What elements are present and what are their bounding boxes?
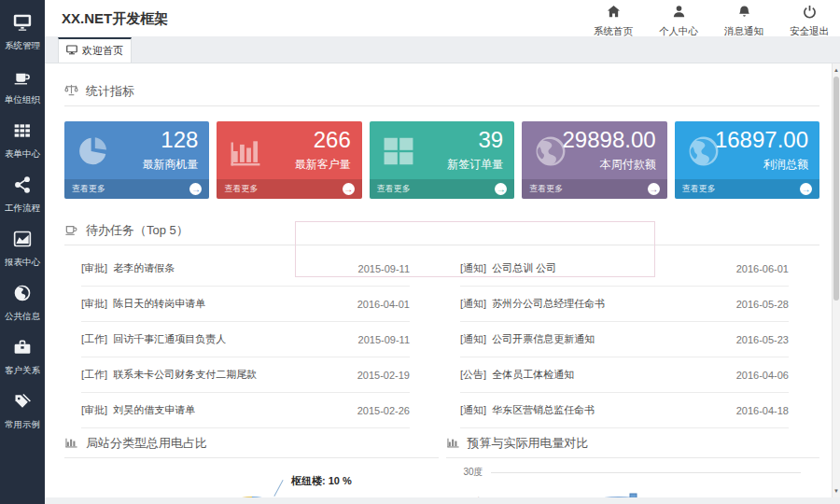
notice-item[interactable]: [通知]华东区营销总监任命书 2016-04-18: [460, 393, 789, 428]
notice-tag: [通知]: [460, 333, 486, 344]
card-footer[interactable]: 查看更多 →: [522, 179, 666, 199]
view-more-link[interactable]: 查看更多: [377, 183, 411, 195]
sidebar-item-reports[interactable]: 报表中心: [0, 222, 45, 276]
todo-date: 2016-04-01: [357, 299, 410, 310]
todo-item[interactable]: [工作]联系未卡公司财务支付二期尾款 2015-02-19: [81, 357, 410, 393]
view-more-link[interactable]: 查看更多: [224, 183, 258, 195]
nav-home[interactable]: 系统首页: [590, 5, 637, 38]
sidebar-item-label: 单位组织: [5, 93, 40, 105]
stat-value: 39: [479, 127, 504, 153]
notice-date: 2016-04-18: [736, 405, 789, 416]
notice-item[interactable]: [通知]苏州分公司总经理任命书 2016-05-28: [460, 287, 789, 322]
card-footer[interactable]: 查看更多 →: [675, 179, 819, 199]
divider: [64, 245, 819, 245]
nav-label: 消息通知: [724, 25, 763, 38]
nav-label: 安全退出: [790, 25, 829, 38]
todo-tag: [审批]: [81, 298, 107, 309]
sidebar-item-label: 工作流程: [5, 202, 40, 214]
dashboard-page: 系统管理 单位组织 表单中心 工作流程 报表中心 公共信息 客户关系 常用示例: [0, 0, 840, 504]
notice-tag: [通知]: [460, 262, 486, 273]
divider: [64, 105, 819, 106]
view-more-link[interactable]: 查看更多: [682, 183, 716, 195]
arrow-circle-icon[interactable]: →: [648, 183, 660, 195]
arrow-circle-icon[interactable]: →: [343, 183, 355, 195]
tab-welcome-home[interactable]: 欢迎首页: [58, 37, 132, 63]
nav-logout[interactable]: 安全退出: [786, 5, 833, 38]
scroll-up-arrow-icon[interactable]: ▲: [833, 65, 840, 75]
scrollbar-thumb[interactable]: [833, 77, 839, 301]
bar-chart-icon: [446, 435, 460, 452]
page-bottom-strip: [45, 497, 840, 504]
stat-card-payments[interactable]: 29898.00 本周付款额 查看更多 →: [522, 121, 666, 199]
stat-card-profit[interactable]: 16897.00 利润总额 查看更多 →: [675, 121, 819, 199]
pie-chart-title: 局站分类型总用电占比: [86, 435, 207, 452]
bell-icon: [737, 5, 751, 22]
stats-section-header: 统计指标: [64, 84, 819, 99]
nav-profile[interactable]: 个人中心: [655, 5, 702, 38]
stat-value: 128: [161, 127, 198, 153]
line-series: [561, 484, 710, 497]
sidebar-item-crm[interactable]: 客户关系: [0, 330, 45, 385]
notice-date: 2016-05-23: [736, 334, 789, 345]
stat-label: 最新客户量: [295, 157, 351, 173]
todo-tag: [工作]: [81, 333, 107, 344]
windows-icon: [381, 133, 416, 169]
app-title: XX.NET开发框架: [62, 10, 168, 28]
sidebar-item-samples[interactable]: 常用示例: [0, 385, 45, 439]
card-footer[interactable]: 查看更多 →: [64, 179, 209, 199]
y-tick-label: 30度: [446, 466, 483, 479]
stat-card-business[interactable]: 128 最新商机量 查看更多 →: [64, 121, 209, 199]
todo-item[interactable]: [审批]陈日天的转岗申请单 2016-04-01: [81, 287, 410, 322]
notice-tag: [公告]: [460, 369, 486, 380]
home-icon: [607, 5, 621, 22]
globe-icon: [13, 284, 32, 306]
scroll-down-arrow-icon[interactable]: ▼: [833, 486, 840, 496]
pie-chart-header: 局站分类型总用电占比: [64, 436, 439, 451]
stat-label: 新签订单量: [447, 157, 503, 173]
vertical-scrollbar[interactable]: ▲ ▼: [832, 63, 840, 497]
stat-label: 本周付款额: [600, 157, 656, 173]
line-chart[interactable]: 30度 25度: [446, 458, 820, 497]
sidebar-item-label: 表单中心: [5, 147, 40, 160]
line-chart-header: 预算与实际用电量对比: [446, 436, 820, 451]
notice-tag: [通知]: [460, 404, 486, 415]
stat-label: 最新商机量: [142, 157, 198, 173]
pie-chart[interactable]: 枢纽楼: 10 %: [64, 458, 439, 497]
notice-date: 2016-05-28: [736, 299, 789, 310]
sidebar: 系统管理 单位组织 表单中心 工作流程 报表中心 公共信息 客户关系 常用示例: [0, 0, 45, 504]
notice-item[interactable]: [通知]公司总训 公司 2016-06-01: [460, 251, 789, 287]
sidebar-item-label: 系统管理: [5, 39, 40, 51]
sidebar-item-org[interactable]: 单位组织: [0, 60, 45, 114]
todo-title: 老李的请假条: [113, 262, 175, 273]
todo-item[interactable]: [工作]回访千事汇通项目负责人 2015-09-11: [81, 322, 410, 357]
stat-value: 16897.00: [715, 127, 808, 153]
stat-label: 利润总额: [763, 157, 808, 173]
todo-item[interactable]: [审批]刘昊的借支申请单 2015-02-26: [81, 393, 410, 428]
sidebar-item-public-info[interactable]: 公共信息: [0, 276, 45, 330]
stat-card-customers[interactable]: 266 最新客户量 查看更多 →: [217, 121, 361, 199]
sidebar-item-forms[interactable]: 表单中心: [0, 114, 45, 168]
todo-item[interactable]: [审批]老李的请假条 2015-09-11: [81, 251, 410, 287]
sidebar-item-workflow[interactable]: 工作流程: [0, 168, 45, 222]
card-footer[interactable]: 查看更多 →: [370, 179, 514, 199]
monitor-icon: [66, 45, 77, 57]
bar-chart-icon: [64, 435, 78, 452]
todo-lists: [审批]老李的请假条 2015-09-11 [审批]陈日天的转岗申请单 2016…: [64, 251, 819, 428]
arrow-circle-icon[interactable]: →: [189, 183, 202, 195]
view-more-link[interactable]: 查看更多: [72, 183, 105, 195]
sidebar-item-system[interactable]: 系统管理: [0, 6, 45, 60]
todo-title: 联系未卡公司财务支付二期尾款: [113, 369, 257, 380]
nav-messages[interactable]: 消息通知: [721, 5, 767, 38]
card-footer[interactable]: 查看更多 →: [217, 179, 361, 199]
todo-tag: [工作]: [81, 369, 107, 380]
view-more-link[interactable]: 查看更多: [529, 183, 563, 195]
stat-card-orders[interactable]: 39 新签订单量 查看更多 →: [370, 121, 514, 199]
todo-list-right: [通知]公司总训 公司 2016-06-01 [通知]苏州分公司总经理任命书 2…: [460, 251, 789, 428]
stat-value: 29898.00: [563, 127, 656, 153]
notice-item[interactable]: [通知]公司开票信息更新通知 2016-05-23: [460, 322, 789, 357]
cup-icon: [64, 222, 78, 239]
top-header: XX.NET开发框架 系统首页 个人中心 消息通知 安全退出: [45, 0, 840, 37]
notice-item[interactable]: [公告]全体员工体检通知 2016-04-06: [460, 357, 789, 393]
arrow-circle-icon[interactable]: →: [495, 183, 507, 195]
arrow-circle-icon[interactable]: →: [800, 183, 812, 195]
